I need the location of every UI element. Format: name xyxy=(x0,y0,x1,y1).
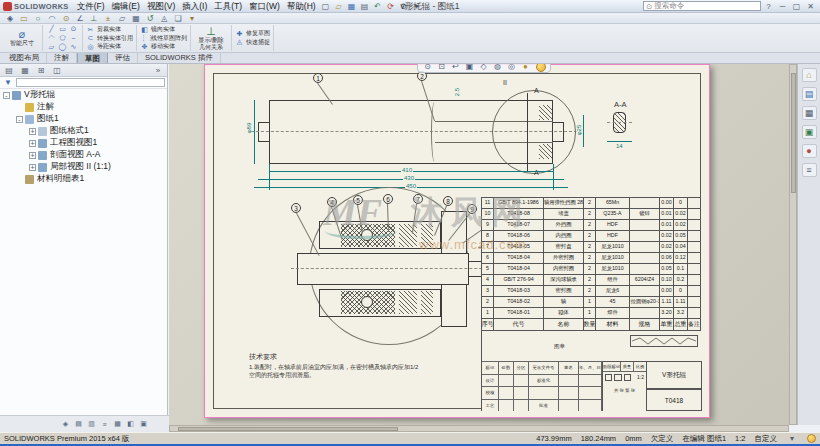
menu-tools[interactable]: 工具(T) xyxy=(211,0,245,12)
repair-sketch-button[interactable]: ✚修复草图 xyxy=(235,30,270,39)
layer-tool-icon[interactable]: ◈ xyxy=(60,419,71,429)
sketch-entity-icon[interactable]: ╱ xyxy=(46,25,57,34)
tab-sketch[interactable]: 草图 xyxy=(77,52,108,63)
dim-430[interactable]: 430 xyxy=(403,175,415,181)
collapse-icon[interactable]: - xyxy=(3,92,10,99)
std-toolbar-icon[interactable]: ± xyxy=(102,13,114,24)
zoom-area-icon[interactable]: ⊡ xyxy=(436,64,447,72)
balloon[interactable]: 1 xyxy=(313,73,323,83)
minimize-icon[interactable]: ─ xyxy=(776,1,789,12)
sketch-entity-icon[interactable]: ⬠ xyxy=(57,34,68,43)
filter-input[interactable] xyxy=(16,78,165,87)
move-entities-button[interactable]: ✥移动实体 xyxy=(140,42,187,51)
design-library-icon[interactable]: ▤ xyxy=(802,87,817,101)
bom-row[interactable]: 9 T0418-07 外挡圈 2 HDF 0.01 0.02 xyxy=(482,219,701,230)
dim-shaft-dia[interactable]: φ25 xyxy=(576,124,582,137)
menu-file[interactable]: 文件(F) xyxy=(74,0,108,12)
menu-view[interactable]: 视图(V) xyxy=(144,0,178,12)
propertymanager-tab-icon[interactable]: ▦ xyxy=(18,65,32,76)
trim-entities-button[interactable]: ✂剪裁实体 xyxy=(86,25,133,34)
sw-resources-icon[interactable]: ⌂ xyxy=(802,68,817,82)
collapse-icon[interactable]: - xyxy=(16,116,23,123)
balloon[interactable]: 6 xyxy=(383,194,393,204)
sketch-entity-icon[interactable]: ▭ xyxy=(57,25,68,34)
command-search[interactable]: ⊙ 搜索命令 xyxy=(643,1,761,11)
bom-row[interactable]: 6 T0418-04 外密封圈 2 尼龙1010 0.06 0.12 xyxy=(482,252,701,263)
tab-solidworks-addins[interactable]: SOLIDWORKS 插件 xyxy=(138,52,221,63)
std-toolbar-icon[interactable]: ○ xyxy=(32,13,44,24)
linear-pattern-button[interactable]: ⋮⋮线性草图阵列 xyxy=(140,34,187,43)
dim-aa[interactable]: 14 xyxy=(615,143,624,149)
section-view-icon[interactable]: ▣ xyxy=(464,64,475,72)
bom-row[interactable]: 4 GB/T 276-94 深沟球轴承 2 组件 6204/Z4 0.10 0.… xyxy=(482,274,701,285)
expand-icon[interactable]: + xyxy=(29,128,36,135)
menu-insert[interactable]: 插入(I) xyxy=(179,0,210,12)
bom-row[interactable]: 7 T0418-05 密封盘 2 尼龙1010 0.02 0.04 xyxy=(482,241,701,252)
view-palette-icon[interactable]: ▣ xyxy=(802,125,817,139)
restore-icon[interactable]: ▢ xyxy=(790,1,803,12)
std-toolbar-icon[interactable]: ↺ xyxy=(144,13,156,24)
menu-edit[interactable]: 编辑(E) xyxy=(109,0,143,12)
layer-tool-icon[interactable]: ▥ xyxy=(86,419,97,429)
bom-row[interactable]: 2 T0418-02 轴 1 45 冷拉圆钢φ20-35 1.11 1.11 xyxy=(482,296,701,307)
std-toolbar-icon[interactable]: ⊙ xyxy=(60,13,72,24)
sketch-entity-icon[interactable]: ~ xyxy=(68,34,79,43)
bom-row[interactable]: 5 T0418-04 内密封圈 2 尼龙1010 0.05 0.1 xyxy=(482,263,701,274)
horizontal-scrollbar-thumb[interactable] xyxy=(178,427,398,431)
panel-overflow-icon[interactable]: » xyxy=(151,65,165,76)
appearances-icon[interactable]: ● xyxy=(802,144,817,158)
sketch-entity-icon[interactable]: ▱ xyxy=(46,43,57,52)
std-toolbar-icon[interactable]: ◈ xyxy=(4,13,16,24)
bom-table[interactable]: 11 GB/T 894.1-1986 轴用弹性挡圈 28 2 65Mn 0.00… xyxy=(481,197,701,331)
bom-row[interactable]: 8 T0418-06 内挡圈 2 HDF 0.02 0.05 xyxy=(482,230,701,241)
tree-root-v-roller[interactable]: - V形托辊 xyxy=(0,89,167,101)
bom-row[interactable]: 1 T0418-01 辊体 1 焊件 3.20 3.2 xyxy=(482,307,701,318)
offset-entities-button[interactable]: ◎等距实体 xyxy=(86,42,133,51)
tab-view-layout[interactable]: 视图布局 xyxy=(2,52,47,63)
layer-tool-icon[interactable]: ▦ xyxy=(112,419,123,429)
help-ball-icon[interactable] xyxy=(536,64,546,72)
tree-item-detail-view[interactable]: + 局部视图 II (1:1) xyxy=(0,161,167,173)
displaymanager-tab-icon[interactable]: ◫ xyxy=(50,65,64,76)
std-toolbar-icon[interactable]: ◬ xyxy=(158,13,170,24)
featuremanager-tab-icon[interactable]: ▤ xyxy=(2,65,16,76)
tab-evaluate[interactable]: 评估 xyxy=(108,52,138,63)
sketch-entity-icon[interactable]: ◠ xyxy=(46,34,57,43)
balloon[interactable]: 8 xyxy=(443,196,453,206)
tree-item-section-view-aa[interactable]: + 剖面视图 A-A xyxy=(0,149,167,161)
std-toolbar-icon[interactable]: ▭ xyxy=(18,13,30,24)
std-toolbar-icon[interactable]: ◠ xyxy=(46,13,58,24)
hide-show-items-icon[interactable]: ◎ xyxy=(506,64,517,72)
tree-item-drawing-view1[interactable]: + 工程图视图1 xyxy=(0,137,167,149)
zoom-fit-icon[interactable]: ⊙ xyxy=(422,64,433,72)
horizontal-scrollbar[interactable] xyxy=(169,425,789,432)
view-orientation-icon[interactable]: ◇ xyxy=(478,64,489,72)
tree-item-annotations[interactable]: 注解 xyxy=(0,101,167,113)
close-icon[interactable]: ✕ xyxy=(804,1,817,12)
tree-item-bom[interactable]: 材料明细表1 xyxy=(0,173,167,185)
layer-tool-icon[interactable]: ≡ xyxy=(99,419,110,429)
balloon[interactable]: 5 xyxy=(353,195,363,205)
help-icon[interactable]: ? xyxy=(762,1,775,12)
std-toolbar-icon[interactable]: ⊥ xyxy=(88,13,100,24)
smart-dimension-button[interactable]: ⌀ 智能尺寸 xyxy=(5,25,39,51)
sketch-entity-icon[interactable]: ◯ xyxy=(57,43,68,52)
balloon[interactable]: 9 xyxy=(467,204,477,214)
std-toolbar-icon[interactable]: ▱ xyxy=(116,13,128,24)
std-toolbar-icon[interactable]: ▾ xyxy=(186,13,198,24)
layer-tool-icon[interactable]: ▣ xyxy=(138,419,149,429)
display-relations-button[interactable]: ⊥ 显示/删除 几何关系 xyxy=(194,25,228,51)
tab-annotation[interactable]: 注解 xyxy=(47,52,77,63)
dim-410[interactable]: 410 xyxy=(401,167,413,173)
quick-snaps-button[interactable]: ◬快速捕捉 xyxy=(235,38,270,47)
std-toolbar-icon[interactable]: ▦ xyxy=(130,13,142,24)
bom-row[interactable]: 10 T0418-08 堵盖 2 Q235-A 镀锌 0.01 0.02 xyxy=(482,208,701,219)
display-style-icon[interactable]: ◍ xyxy=(492,64,503,72)
graphics-area[interactable]: ⊙ ⊡ ↩ ▣ ◇ ◍ ◎ ● xyxy=(169,64,789,425)
tree-item-sheet-format1[interactable]: + 图纸格式1 xyxy=(0,125,167,137)
layer-tool-icon[interactable]: ◧ xyxy=(125,419,136,429)
expand-icon[interactable]: + xyxy=(29,152,36,159)
expand-icon[interactable]: + xyxy=(29,140,36,147)
vertical-scrollbar-thumb[interactable] xyxy=(791,73,796,193)
previous-view-icon[interactable]: ↩ xyxy=(450,64,461,72)
